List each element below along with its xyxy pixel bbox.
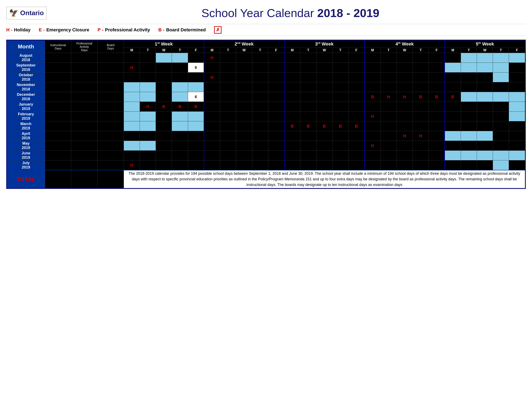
jan-w2-t [220,102,236,112]
jun-w2-th [252,151,268,160]
jun-w3-w [316,151,332,160]
row-february-2019: February2019 H [7,112,525,121]
page-title: School Year Calendar 2018 - 2019 [55,6,526,20]
nov-prof [71,82,97,92]
sep-w3-w [316,63,332,73]
dec-w3-f [349,92,364,102]
aug-w5-w [477,53,493,63]
diagonal-box-icon: ✗ [214,26,221,34]
feb-w4-th [412,112,428,121]
row-june-2019: June2019 [7,151,525,160]
mar-w3-w: B [316,121,332,131]
nov-w2-w [236,82,252,92]
jan-w3-th [332,102,348,112]
nov-w2-f [268,82,284,92]
apr-w3-th [332,131,348,141]
day-w1-t1: T [140,48,156,53]
dec-w2-f [268,92,284,102]
sep-w3-th [332,63,348,73]
nov-w2-t [220,82,236,92]
jun-w4-m [364,151,380,160]
aug-w4-t [380,53,397,63]
jul-inst [45,160,71,170]
nov-w4-f [429,82,445,92]
dec-w4-f: B [429,92,445,102]
feb-w3-m [284,112,300,121]
mar-w5-m [445,121,461,131]
dec-w5-m: B [445,92,461,102]
nov-w4-t [380,82,397,92]
jul-w5-t [461,160,477,170]
sep-w5-m [445,63,461,73]
row-november-2018: November2018 [7,82,525,92]
jun-w1-th [172,151,188,160]
dec-w1-th [172,92,188,102]
main-calendar-table: Month InstructionalDays ProfessionalActi… [6,40,526,189]
sep-w4-m [364,63,380,73]
jun-w5-th [493,151,509,160]
apr-w1-m [124,131,140,141]
aug-w4-th [412,53,428,63]
aug-inst [45,53,71,63]
week2-header: 2nd Week [204,40,284,48]
apr-w1-w [156,131,172,141]
jan-inst [45,102,71,112]
may-w2-w [236,141,252,151]
sep-w3-t [300,63,316,73]
row-march-2019: March2019 B B B B B [7,121,525,131]
jun-w3-t [300,151,316,160]
jan-w5-f [509,102,525,112]
nov-w5-w [477,82,493,92]
week3-header: 3rd Week [284,40,364,48]
row-august-2018: August2018 H [7,53,525,63]
oct-inst [45,73,71,82]
title-prefix: School Year Calendar [201,6,317,19]
mar-w4-th [412,121,428,131]
jan-w2-th [252,102,268,112]
row-december-2018: December2018 6 B H H B B B [7,92,525,102]
jul-w2-f [268,160,284,170]
legend-item-icon: ✗ [214,26,221,34]
aug-w2-f [268,53,284,63]
dec-w4-t: H [380,92,397,102]
jul-w2-t [220,160,236,170]
month-label-feb2019: February2019 [7,112,45,121]
sep-w5-w [477,63,493,73]
feb-w2-th [252,112,268,121]
dec-w3-w [316,92,332,102]
dec-w1-w [156,92,172,102]
month-label-apr2019: April2019 [7,131,45,141]
jan-w3-t [300,102,316,112]
jun-w3-m [284,151,300,160]
feb-w1-m [124,112,140,121]
apr-w1-t [140,131,156,141]
feb-w4-w [397,112,412,121]
mar-prof [71,121,97,131]
aug-w3-w [316,53,332,63]
jan-w1-t: H [140,102,156,112]
nov-w3-th [332,82,348,92]
day-w3-f: F [349,48,364,53]
jan-w2-f [268,102,284,112]
oct-w2-w [236,73,252,82]
jan-w5-m [445,102,461,112]
feb-w5-t [461,112,477,121]
day-w4-t2: T [412,48,428,53]
oct-w3-f [349,73,364,82]
may-w5-f [509,141,525,151]
day-w5-t2: T [493,48,509,53]
total-board [97,170,124,188]
jul-w3-m [284,160,300,170]
feb-w3-w [316,112,332,121]
oct-w5-m [445,73,461,82]
nov-w5-t [461,82,477,92]
jun-w1-f [188,151,204,160]
nov-w3-w [316,82,332,92]
instructional-days-header: InstructionalDays [45,40,71,53]
jan-w3-f [349,102,364,112]
sep-inst [45,63,71,73]
total-label: TOTAL [7,170,45,188]
month-label-nov2018: November2018 [7,82,45,92]
jun-w5-f [509,151,525,160]
nov-w1-f [188,82,204,92]
